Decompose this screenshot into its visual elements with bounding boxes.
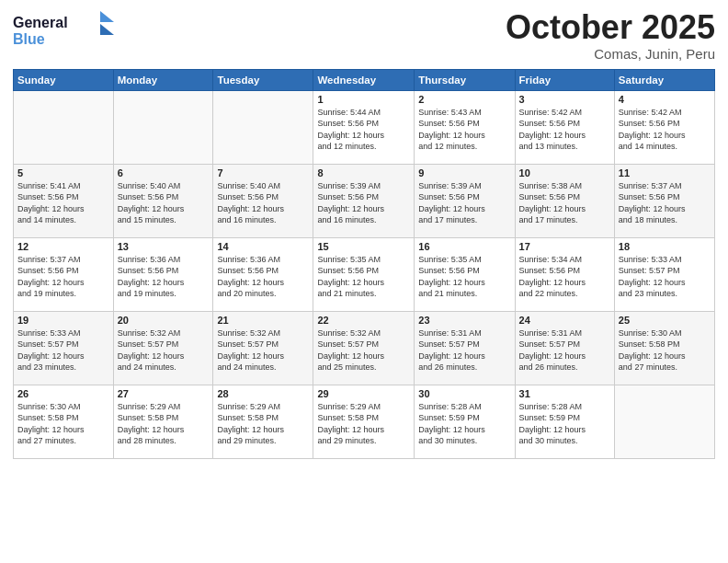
day-info: Sunrise: 5:40 AM Sunset: 5:56 PM Dayligh… <box>118 180 210 226</box>
day-info: Sunrise: 5:28 AM Sunset: 5:59 PM Dayligh… <box>519 401 610 447</box>
week-row-1: 1Sunrise: 5:44 AM Sunset: 5:56 PM Daylig… <box>14 90 715 164</box>
day-cell <box>614 385 714 458</box>
day-number: 25 <box>619 315 711 326</box>
col-monday: Monday <box>113 69 213 90</box>
day-info: Sunrise: 5:43 AM Sunset: 5:56 PM Dayligh… <box>418 107 510 153</box>
day-info: Sunrise: 5:40 AM Sunset: 5:56 PM Dayligh… <box>217 180 309 226</box>
day-number: 22 <box>317 315 410 326</box>
day-info: Sunrise: 5:37 AM Sunset: 5:56 PM Dayligh… <box>17 254 109 300</box>
day-cell: 4Sunrise: 5:42 AM Sunset: 5:56 PM Daylig… <box>614 90 714 164</box>
day-cell: 26Sunrise: 5:30 AM Sunset: 5:58 PM Dayli… <box>14 385 114 458</box>
day-number: 11 <box>619 167 711 178</box>
day-info: Sunrise: 5:30 AM Sunset: 5:58 PM Dayligh… <box>619 327 711 373</box>
day-number: 31 <box>519 388 610 399</box>
day-number: 13 <box>118 241 210 252</box>
day-info: Sunrise: 5:31 AM Sunset: 5:57 PM Dayligh… <box>519 327 610 373</box>
day-number: 26 <box>17 388 109 399</box>
logo-text: General Blue <box>13 9 114 53</box>
day-number: 20 <box>118 315 210 326</box>
col-wednesday: Wednesday <box>313 69 415 90</box>
day-info: Sunrise: 5:39 AM Sunset: 5:56 PM Dayligh… <box>317 180 410 226</box>
day-cell <box>14 90 114 164</box>
day-cell: 19Sunrise: 5:33 AM Sunset: 5:57 PM Dayli… <box>14 311 114 385</box>
col-tuesday: Tuesday <box>213 69 313 90</box>
day-cell <box>213 90 313 164</box>
day-number: 9 <box>418 167 510 178</box>
day-info: Sunrise: 5:42 AM Sunset: 5:56 PM Dayligh… <box>619 107 711 153</box>
day-info: Sunrise: 5:42 AM Sunset: 5:56 PM Dayligh… <box>519 107 610 153</box>
day-number: 15 <box>317 241 410 252</box>
day-info: Sunrise: 5:30 AM Sunset: 5:58 PM Dayligh… <box>17 401 109 447</box>
day-cell: 8Sunrise: 5:39 AM Sunset: 5:56 PM Daylig… <box>313 164 415 237</box>
col-thursday: Thursday <box>415 69 515 90</box>
header: General Blue October 2025 Comas, Junin, … <box>13 9 715 62</box>
day-info: Sunrise: 5:29 AM Sunset: 5:58 PM Dayligh… <box>217 401 309 447</box>
day-cell: 12Sunrise: 5:37 AM Sunset: 5:56 PM Dayli… <box>14 237 114 311</box>
day-info: Sunrise: 5:29 AM Sunset: 5:58 PM Dayligh… <box>317 401 410 447</box>
day-cell: 10Sunrise: 5:38 AM Sunset: 5:56 PM Dayli… <box>515 164 614 237</box>
day-number: 14 <box>217 241 309 252</box>
week-row-2: 5Sunrise: 5:41 AM Sunset: 5:56 PM Daylig… <box>14 164 715 237</box>
svg-marker-1 <box>100 11 114 22</box>
day-info: Sunrise: 5:32 AM Sunset: 5:57 PM Dayligh… <box>118 327 210 373</box>
svg-text:Blue: Blue <box>13 31 45 47</box>
day-cell: 20Sunrise: 5:32 AM Sunset: 5:57 PM Dayli… <box>113 311 213 385</box>
day-cell: 9Sunrise: 5:39 AM Sunset: 5:56 PM Daylig… <box>415 164 515 237</box>
day-number: 21 <box>217 315 309 326</box>
day-cell: 25Sunrise: 5:30 AM Sunset: 5:58 PM Dayli… <box>614 311 714 385</box>
day-number: 24 <box>519 315 610 326</box>
day-number: 8 <box>317 167 410 178</box>
day-number: 23 <box>418 315 510 326</box>
week-row-5: 26Sunrise: 5:30 AM Sunset: 5:58 PM Dayli… <box>14 385 715 458</box>
day-cell: 3Sunrise: 5:42 AM Sunset: 5:56 PM Daylig… <box>515 90 614 164</box>
day-info: Sunrise: 5:33 AM Sunset: 5:57 PM Dayligh… <box>17 327 109 373</box>
day-cell: 2Sunrise: 5:43 AM Sunset: 5:56 PM Daylig… <box>415 90 515 164</box>
day-cell: 13Sunrise: 5:36 AM Sunset: 5:56 PM Dayli… <box>113 237 213 311</box>
day-number: 10 <box>519 167 610 178</box>
day-number: 3 <box>519 94 610 105</box>
day-cell: 28Sunrise: 5:29 AM Sunset: 5:58 PM Dayli… <box>213 385 313 458</box>
day-cell: 5Sunrise: 5:41 AM Sunset: 5:56 PM Daylig… <box>14 164 114 237</box>
col-sunday: Sunday <box>14 69 114 90</box>
day-cell: 1Sunrise: 5:44 AM Sunset: 5:56 PM Daylig… <box>313 90 415 164</box>
day-number: 5 <box>17 167 109 178</box>
day-cell: 24Sunrise: 5:31 AM Sunset: 5:57 PM Dayli… <box>515 311 614 385</box>
day-number: 7 <box>217 167 309 178</box>
day-number: 19 <box>17 315 109 326</box>
day-number: 29 <box>317 388 410 399</box>
day-info: Sunrise: 5:28 AM Sunset: 5:59 PM Dayligh… <box>418 401 510 447</box>
day-cell <box>113 90 213 164</box>
week-row-3: 12Sunrise: 5:37 AM Sunset: 5:56 PM Dayli… <box>14 237 715 311</box>
day-cell: 6Sunrise: 5:40 AM Sunset: 5:56 PM Daylig… <box>113 164 213 237</box>
col-friday: Friday <box>515 69 614 90</box>
logo: General Blue <box>13 9 114 53</box>
day-cell: 7Sunrise: 5:40 AM Sunset: 5:56 PM Daylig… <box>213 164 313 237</box>
day-number: 18 <box>619 241 711 252</box>
day-number: 6 <box>118 167 210 178</box>
day-info: Sunrise: 5:31 AM Sunset: 5:57 PM Dayligh… <box>418 327 510 373</box>
day-info: Sunrise: 5:41 AM Sunset: 5:56 PM Dayligh… <box>17 180 109 226</box>
day-cell: 29Sunrise: 5:29 AM Sunset: 5:58 PM Dayli… <box>313 385 415 458</box>
day-cell: 18Sunrise: 5:33 AM Sunset: 5:57 PM Dayli… <box>614 237 714 311</box>
day-cell: 23Sunrise: 5:31 AM Sunset: 5:57 PM Dayli… <box>415 311 515 385</box>
day-number: 12 <box>17 241 109 252</box>
col-saturday: Saturday <box>614 69 714 90</box>
day-cell: 11Sunrise: 5:37 AM Sunset: 5:56 PM Dayli… <box>614 164 714 237</box>
day-info: Sunrise: 5:35 AM Sunset: 5:56 PM Dayligh… <box>418 254 510 300</box>
day-cell: 22Sunrise: 5:32 AM Sunset: 5:57 PM Dayli… <box>313 311 415 385</box>
week-row-4: 19Sunrise: 5:33 AM Sunset: 5:57 PM Dayli… <box>14 311 715 385</box>
day-number: 4 <box>619 94 711 105</box>
day-cell: 14Sunrise: 5:36 AM Sunset: 5:56 PM Dayli… <box>213 237 313 311</box>
subtitle: Comas, Junin, Peru <box>506 46 715 62</box>
day-cell: 15Sunrise: 5:35 AM Sunset: 5:56 PM Dayli… <box>313 237 415 311</box>
day-number: 17 <box>519 241 610 252</box>
day-info: Sunrise: 5:44 AM Sunset: 5:56 PM Dayligh… <box>317 107 410 153</box>
day-info: Sunrise: 5:36 AM Sunset: 5:56 PM Dayligh… <box>118 254 210 300</box>
svg-marker-2 <box>100 24 114 35</box>
day-info: Sunrise: 5:38 AM Sunset: 5:56 PM Dayligh… <box>519 180 610 226</box>
day-info: Sunrise: 5:32 AM Sunset: 5:57 PM Dayligh… <box>317 327 410 373</box>
day-info: Sunrise: 5:39 AM Sunset: 5:56 PM Dayligh… <box>418 180 510 226</box>
day-info: Sunrise: 5:34 AM Sunset: 5:56 PM Dayligh… <box>519 254 610 300</box>
header-row: Sunday Monday Tuesday Wednesday Thursday… <box>14 69 715 90</box>
day-number: 2 <box>418 94 510 105</box>
